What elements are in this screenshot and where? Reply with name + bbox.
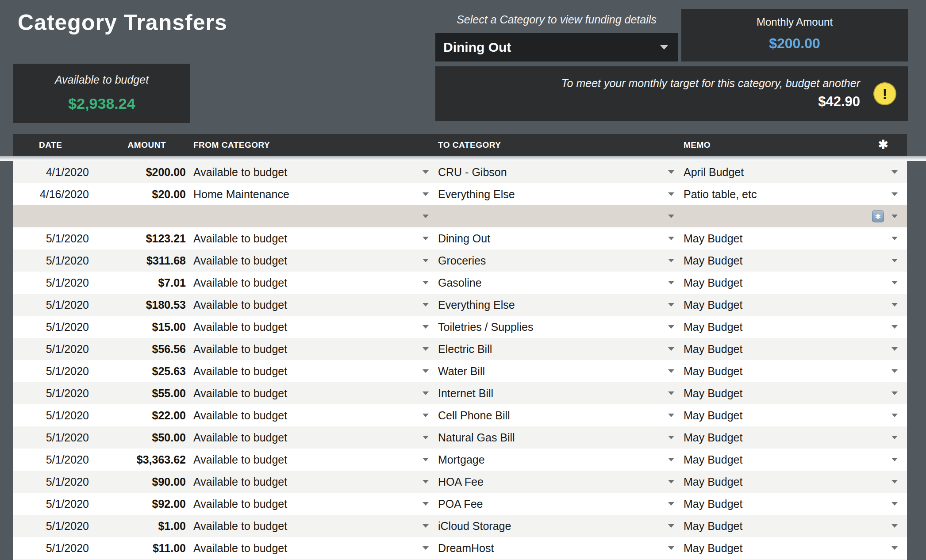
from-category-dropdown-icon[interactable] [423, 458, 429, 461]
from-category-dropdown-icon[interactable] [423, 369, 429, 373]
memo-cell[interactable]: May Budget [677, 471, 907, 493]
date-cell[interactable]: 5/1/2020 [13, 360, 93, 382]
to-category-cell[interactable]: Gasoline [431, 272, 677, 294]
amount-cell[interactable]: $3,363.62 [93, 449, 188, 471]
to-category-cell[interactable]: Cell Phone Bill [431, 404, 677, 426]
memo-cell[interactable]: May Budget [677, 426, 907, 449]
from-category-cell[interactable]: Available to budget [188, 404, 431, 426]
memo-cell[interactable]: May Budget [677, 449, 907, 471]
from-category-dropdown-icon[interactable] [423, 237, 429, 240]
from-category-cell[interactable]: Available to budget [188, 249, 431, 272]
memo-dropdown-icon[interactable] [891, 502, 898, 506]
date-cell[interactable]: 5/1/2020 [13, 471, 93, 493]
amount-cell[interactable]: $56.56 [93, 338, 188, 360]
chevron-down-icon[interactable] [660, 45, 668, 50]
to-category-cell[interactable]: Internet Bill [431, 382, 677, 404]
to-category-dropdown-icon[interactable] [668, 436, 674, 439]
date-cell[interactable]: 5/1/2020 [13, 382, 93, 404]
from-category-cell[interactable]: Available to budget [188, 537, 431, 559]
date-cell[interactable]: 4/16/2020 [13, 183, 93, 205]
from-category-cell[interactable]: Available to budget [188, 493, 431, 515]
to-category-dropdown-icon[interactable] [668, 237, 674, 240]
to-category-dropdown-icon[interactable] [668, 369, 674, 373]
memo-cell[interactable]: May Budget [677, 493, 907, 515]
to-category-dropdown-icon[interactable] [668, 524, 674, 528]
amount-cell[interactable]: $7.01 [93, 272, 188, 294]
to-category-cell[interactable]: Groceries [431, 249, 677, 272]
from-category-dropdown-icon[interactable] [423, 480, 429, 483]
memo-cell[interactable]: May Budget [677, 404, 907, 426]
to-category-cell[interactable]: DreamHost [431, 537, 677, 559]
memo-cell[interactable]: May Budget [677, 316, 907, 338]
from-category-dropdown-icon[interactable] [423, 259, 429, 262]
memo-dropdown-icon[interactable] [891, 215, 898, 218]
to-category-cell[interactable]: Mortgage [431, 449, 677, 471]
from-category-cell[interactable]: Home Maintenance [188, 183, 431, 205]
memo-dropdown-icon[interactable] [891, 281, 898, 284]
date-cell[interactable]: 5/1/2020 [13, 449, 93, 471]
from-category-dropdown-icon[interactable] [423, 524, 429, 528]
from-category-dropdown-icon[interactable] [423, 170, 429, 174]
from-category-cell[interactable]: Available to budget [188, 471, 431, 493]
to-category-cell[interactable]: Toiletries / Supplies [431, 316, 677, 338]
memo-cell[interactable]: ✱ [677, 205, 907, 227]
memo-cell[interactable]: April Budget [677, 161, 907, 183]
to-category-dropdown-icon[interactable] [668, 391, 674, 395]
amount-cell[interactable]: $180.53 [93, 294, 188, 316]
date-cell[interactable]: 5/1/2020 [13, 316, 93, 338]
to-category-dropdown-icon[interactable] [668, 215, 674, 218]
amount-cell[interactable]: $55.00 [93, 382, 188, 404]
to-category-dropdown-icon[interactable] [668, 303, 674, 307]
to-category-cell[interactable]: POA Fee [431, 493, 677, 515]
from-category-cell[interactable]: Available to budget [188, 294, 431, 316]
memo-dropdown-icon[interactable] [891, 546, 898, 550]
memo-cell[interactable]: May Budget [677, 382, 907, 404]
amount-cell[interactable]: $20.00 [93, 183, 188, 205]
to-category-cell[interactable]: Everything Else [431, 183, 677, 205]
to-category-cell[interactable] [431, 205, 677, 227]
to-category-dropdown-icon[interactable] [668, 546, 674, 550]
amount-cell[interactable]: $90.00 [93, 471, 188, 493]
to-category-dropdown-icon[interactable] [668, 414, 674, 417]
date-cell[interactable]: 5/1/2020 [13, 338, 93, 360]
amount-cell[interactable]: $11.00 [93, 537, 188, 559]
from-category-cell[interactable]: Available to budget [188, 382, 431, 404]
to-category-cell[interactable]: CRU - Gibson [431, 161, 677, 183]
from-category-dropdown-icon[interactable] [423, 215, 429, 218]
memo-dropdown-icon[interactable] [891, 192, 898, 196]
to-category-cell[interactable]: Water Bill [431, 360, 677, 382]
category-select[interactable]: Dining Out [435, 33, 678, 61]
memo-dropdown-icon[interactable] [891, 369, 898, 373]
memo-dropdown-icon[interactable] [891, 259, 898, 262]
to-category-cell[interactable]: HOA Fee [431, 471, 677, 493]
from-category-cell[interactable]: Available to budget [188, 360, 431, 382]
from-category-cell[interactable]: Available to budget [188, 426, 431, 449]
date-cell[interactable]: 5/1/2020 [13, 272, 93, 294]
date-cell[interactable]: 5/1/2020 [13, 537, 93, 559]
to-category-cell[interactable]: iCloud Storage [431, 515, 677, 537]
memo-cell[interactable]: May Budget [677, 338, 907, 360]
amount-cell[interactable]: $92.00 [93, 493, 188, 515]
from-category-dropdown-icon[interactable] [423, 502, 429, 506]
date-cell[interactable]: 5/1/2020 [13, 249, 93, 272]
from-category-cell[interactable]: Available to budget [188, 515, 431, 537]
from-category-dropdown-icon[interactable] [423, 391, 429, 395]
to-category-cell[interactable]: Dining Out [431, 227, 677, 249]
to-category-dropdown-icon[interactable] [668, 502, 674, 506]
from-category-cell[interactable]: Available to budget [188, 227, 431, 249]
to-category-dropdown-icon[interactable] [668, 259, 674, 262]
amount-cell[interactable]: $15.00 [93, 316, 188, 338]
from-category-cell[interactable]: Available to budget [188, 338, 431, 360]
memo-cell[interactable]: May Budget [677, 294, 907, 316]
amount-cell[interactable] [93, 205, 188, 227]
amount-cell[interactable]: $1.00 [93, 515, 188, 537]
memo-cell[interactable]: May Budget [677, 227, 907, 249]
date-cell[interactable]: 5/1/2020 [13, 493, 93, 515]
memo-dropdown-icon[interactable] [891, 303, 898, 307]
memo-cell[interactable]: May Budget [677, 360, 907, 382]
to-category-dropdown-icon[interactable] [668, 325, 674, 329]
from-category-dropdown-icon[interactable] [423, 347, 429, 351]
from-category-dropdown-icon[interactable] [423, 192, 429, 196]
memo-cell[interactable]: May Budget [677, 272, 907, 294]
from-category-dropdown-icon[interactable] [423, 325, 429, 329]
